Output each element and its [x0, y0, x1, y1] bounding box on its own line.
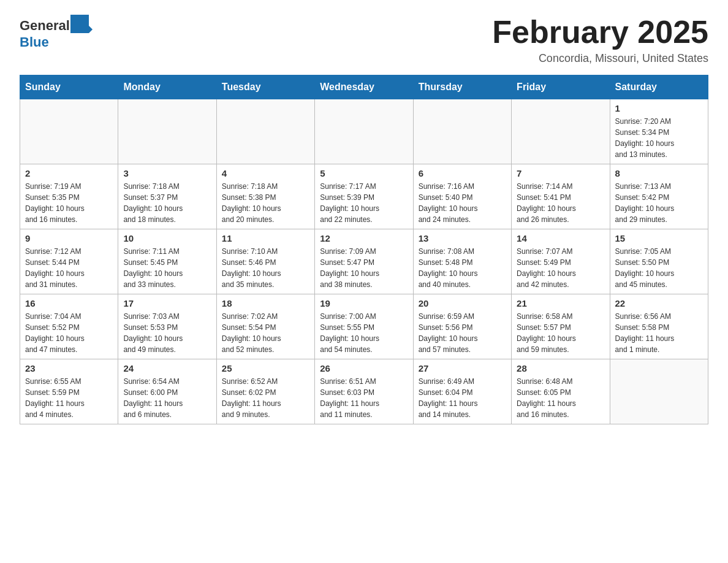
calendar-cell: 15Sunrise: 7:05 AM Sunset: 5:50 PM Dayli… [610, 229, 708, 294]
day-number: 28 [517, 363, 604, 373]
title-section: February 2025 Concordia, Missouri, Unite… [492, 15, 708, 65]
day-info: Sunrise: 7:19 AM Sunset: 5:35 PM Dayligh… [25, 181, 113, 225]
day-number: 10 [123, 233, 211, 243]
day-info: Sunrise: 6:56 AM Sunset: 5:58 PM Dayligh… [615, 311, 703, 355]
calendar-cell: 16Sunrise: 7:04 AM Sunset: 5:52 PM Dayli… [20, 294, 118, 359]
day-info: Sunrise: 7:16 AM Sunset: 5:40 PM Dayligh… [419, 181, 506, 225]
day-number: 18 [222, 298, 309, 308]
day-info: Sunrise: 6:54 AM Sunset: 6:00 PM Dayligh… [123, 376, 211, 420]
calendar-cell: 2Sunrise: 7:19 AM Sunset: 5:35 PM Daylig… [20, 164, 118, 229]
col-header-saturday: Saturday [610, 75, 708, 99]
day-info: Sunrise: 7:07 AM Sunset: 5:49 PM Dayligh… [517, 246, 604, 290]
month-title: February 2025 [492, 15, 708, 50]
calendar-cell [118, 99, 216, 164]
day-number: 25 [222, 363, 309, 373]
calendar-cell: 5Sunrise: 7:17 AM Sunset: 5:39 PM Daylig… [315, 164, 413, 229]
day-info: Sunrise: 6:51 AM Sunset: 6:03 PM Dayligh… [320, 376, 408, 420]
day-number: 21 [517, 298, 604, 308]
calendar-cell: 12Sunrise: 7:09 AM Sunset: 5:47 PM Dayli… [315, 229, 413, 294]
day-number: 15 [615, 233, 703, 243]
day-info: Sunrise: 7:00 AM Sunset: 5:55 PM Dayligh… [320, 311, 408, 355]
calendar-table: SundayMondayTuesdayWednesdayThursdayFrid… [20, 75, 708, 424]
calendar-week-5: 23Sunrise: 6:55 AM Sunset: 5:59 PM Dayli… [20, 359, 708, 424]
logo: General Blue [20, 15, 93, 50]
day-info: Sunrise: 7:09 AM Sunset: 5:47 PM Dayligh… [320, 246, 408, 290]
calendar-cell: 10Sunrise: 7:11 AM Sunset: 5:45 PM Dayli… [118, 229, 216, 294]
day-info: Sunrise: 7:18 AM Sunset: 5:37 PM Dayligh… [123, 181, 211, 225]
day-info: Sunrise: 7:18 AM Sunset: 5:38 PM Dayligh… [222, 181, 309, 225]
day-number: 9 [25, 233, 113, 243]
calendar-cell: 11Sunrise: 7:10 AM Sunset: 5:46 PM Dayli… [216, 229, 314, 294]
location-text: Concordia, Missouri, United States [492, 52, 708, 65]
day-number: 12 [320, 233, 408, 243]
col-header-monday: Monday [118, 75, 216, 99]
calendar-cell: 4Sunrise: 7:18 AM Sunset: 5:38 PM Daylig… [216, 164, 314, 229]
calendar-cell: 3Sunrise: 7:18 AM Sunset: 5:37 PM Daylig… [118, 164, 216, 229]
col-header-friday: Friday [512, 75, 610, 99]
calendar-week-2: 2Sunrise: 7:19 AM Sunset: 5:35 PM Daylig… [20, 164, 708, 229]
calendar-cell: 19Sunrise: 7:00 AM Sunset: 5:55 PM Dayli… [315, 294, 413, 359]
day-number: 4 [222, 168, 309, 178]
col-header-thursday: Thursday [413, 75, 511, 99]
day-info: Sunrise: 7:02 AM Sunset: 5:54 PM Dayligh… [222, 311, 309, 355]
day-number: 14 [517, 233, 604, 243]
logo-general-text: General [20, 18, 70, 34]
day-number: 13 [419, 233, 506, 243]
day-info: Sunrise: 7:17 AM Sunset: 5:39 PM Dayligh… [320, 181, 408, 225]
day-number: 3 [123, 168, 211, 178]
calendar-cell: 6Sunrise: 7:16 AM Sunset: 5:40 PM Daylig… [413, 164, 511, 229]
day-info: Sunrise: 6:55 AM Sunset: 5:59 PM Dayligh… [25, 376, 113, 420]
day-info: Sunrise: 6:48 AM Sunset: 6:05 PM Dayligh… [517, 376, 604, 420]
day-info: Sunrise: 7:05 AM Sunset: 5:50 PM Dayligh… [615, 246, 703, 290]
svg-rect-0 [70, 15, 89, 33]
calendar-cell [413, 99, 511, 164]
day-info: Sunrise: 7:12 AM Sunset: 5:44 PM Dayligh… [25, 246, 113, 290]
day-info: Sunrise: 7:04 AM Sunset: 5:52 PM Dayligh… [25, 311, 113, 355]
day-number: 7 [517, 168, 604, 178]
calendar-header-row: SundayMondayTuesdayWednesdayThursdayFrid… [20, 75, 708, 99]
day-number: 17 [123, 298, 211, 308]
calendar-cell [512, 99, 610, 164]
calendar-cell: 26Sunrise: 6:51 AM Sunset: 6:03 PM Dayli… [315, 359, 413, 424]
calendar-cell: 18Sunrise: 7:02 AM Sunset: 5:54 PM Dayli… [216, 294, 314, 359]
calendar-week-3: 9Sunrise: 7:12 AM Sunset: 5:44 PM Daylig… [20, 229, 708, 294]
day-number: 6 [419, 168, 506, 178]
calendar-week-4: 16Sunrise: 7:04 AM Sunset: 5:52 PM Dayli… [20, 294, 708, 359]
day-number: 2 [25, 168, 113, 178]
day-info: Sunrise: 7:13 AM Sunset: 5:42 PM Dayligh… [615, 181, 703, 225]
logo-blue-text: Blue [20, 34, 49, 50]
day-info: Sunrise: 7:14 AM Sunset: 5:41 PM Dayligh… [517, 181, 604, 225]
page-header: General Blue February 2025 Concordia, Mi… [20, 15, 708, 65]
calendar-cell: 23Sunrise: 6:55 AM Sunset: 5:59 PM Dayli… [20, 359, 118, 424]
logo-icon [70, 15, 93, 37]
day-number: 1 [615, 103, 703, 113]
calendar-cell [216, 99, 314, 164]
calendar-cell [610, 359, 708, 424]
calendar-cell: 7Sunrise: 7:14 AM Sunset: 5:41 PM Daylig… [512, 164, 610, 229]
day-info: Sunrise: 7:08 AM Sunset: 5:48 PM Dayligh… [419, 246, 506, 290]
calendar-cell: 8Sunrise: 7:13 AM Sunset: 5:42 PM Daylig… [610, 164, 708, 229]
day-number: 27 [419, 363, 506, 373]
day-number: 22 [615, 298, 703, 308]
day-number: 19 [320, 298, 408, 308]
calendar-cell: 1Sunrise: 7:20 AM Sunset: 5:34 PM Daylig… [610, 99, 708, 164]
day-info: Sunrise: 7:10 AM Sunset: 5:46 PM Dayligh… [222, 246, 309, 290]
col-header-wednesday: Wednesday [315, 75, 413, 99]
day-info: Sunrise: 6:59 AM Sunset: 5:56 PM Dayligh… [419, 311, 506, 355]
day-number: 11 [222, 233, 309, 243]
calendar-cell: 9Sunrise: 7:12 AM Sunset: 5:44 PM Daylig… [20, 229, 118, 294]
day-number: 24 [123, 363, 211, 373]
day-number: 5 [320, 168, 408, 178]
col-header-sunday: Sunday [20, 75, 118, 99]
svg-marker-1 [89, 26, 93, 33]
calendar-cell: 27Sunrise: 6:49 AM Sunset: 6:04 PM Dayli… [413, 359, 511, 424]
day-number: 8 [615, 168, 703, 178]
day-info: Sunrise: 7:11 AM Sunset: 5:45 PM Dayligh… [123, 246, 211, 290]
calendar-cell: 17Sunrise: 7:03 AM Sunset: 5:53 PM Dayli… [118, 294, 216, 359]
calendar-cell: 14Sunrise: 7:07 AM Sunset: 5:49 PM Dayli… [512, 229, 610, 294]
day-info: Sunrise: 6:52 AM Sunset: 6:02 PM Dayligh… [222, 376, 309, 420]
day-number: 20 [419, 298, 506, 308]
day-number: 23 [25, 363, 113, 373]
calendar-cell [20, 99, 118, 164]
calendar-cell: 21Sunrise: 6:58 AM Sunset: 5:57 PM Dayli… [512, 294, 610, 359]
